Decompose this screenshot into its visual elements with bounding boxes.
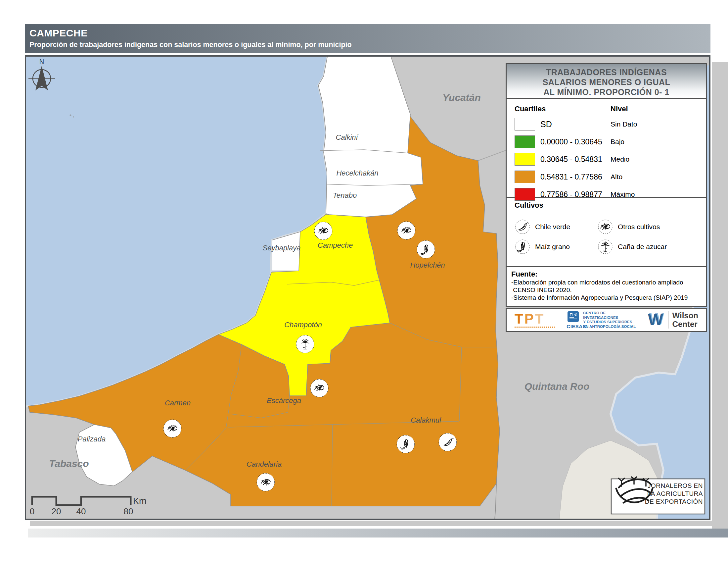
nivel-alto: Alto <box>611 173 622 181</box>
range-alto: 0.54831 - 0.77586 <box>540 172 611 181</box>
legend-row-alto: 0.54831 - 0.77586 Alto <box>515 170 706 183</box>
ciesas-logo: CIESAS CENTRO DE INVESTIGACIONES Y ESTUD… <box>567 311 637 329</box>
jornaleros-logo: JORNALEROS EN LA AGRICULTURA DE EXPORTAC… <box>611 477 705 514</box>
legend-row-sd: SD Sin Dato <box>515 117 706 131</box>
muni-label-escarcega: Escárcega <box>267 397 301 405</box>
legend-panel: TRABAJADORES INDÍGENAS SALARIOS MENORES … <box>506 63 707 332</box>
cultivo-maiz-grano: Maíz grano <box>515 239 597 255</box>
legend-cultivos-box: Cultivos Chile verde Otros cultivos <box>506 197 707 267</box>
range-bajo: 0.00000 - 0.30645 <box>540 137 611 146</box>
legend-logos-box: TPT CIESAS CENTRO DE INVESTIGACIONES <box>506 308 707 332</box>
legend-title-line-3: AL MÍNIMO. PROPORCIÓN 0- 1 <box>507 87 706 97</box>
swatch-bajo <box>515 135 535 148</box>
legend-row-medio: 0.30645 - 0.54831 Medio <box>515 153 706 166</box>
tpt-logo: TPT <box>515 312 555 328</box>
crop-marker-escarcega-otros <box>310 379 328 397</box>
scale-tick-80: 80 <box>124 506 133 516</box>
cultivos-header: Cultivos <box>515 201 706 210</box>
wilson-w-icon: W <box>648 312 663 328</box>
muni-label-carmen: Carmen <box>165 399 191 407</box>
bottom-shadow-strip <box>30 521 728 526</box>
tpt-tagline-dashes <box>515 327 555 328</box>
cultivo-chile-verde: Chile verde <box>515 219 597 235</box>
legend-title-box: TRABAJADORES INDÍGENAS SALARIOS MENORES … <box>506 63 707 99</box>
jornaleros-line-2: LA AGRICULTURA <box>647 490 703 497</box>
muni-label-champoton: Champotón <box>284 321 322 329</box>
fuente-line-2: CENSO INEGI 2020. <box>511 286 702 294</box>
fuente-line-1: -Elaboración propia con microdatos del c… <box>511 278 702 286</box>
maiz-grano-icon <box>515 239 530 255</box>
range-maximo: 0.77586 - 0.98877 <box>540 190 611 199</box>
cultivo-otros-cultivos: Otros cultivos <box>597 219 697 235</box>
bottom-gradient-bar <box>28 529 728 538</box>
crop-marker-champoton-cana <box>296 335 314 353</box>
muni-label-hecelchakan: Hecelchakán <box>336 169 378 177</box>
jornaleros-line-1: JORNALEROS EN <box>648 482 703 489</box>
legend-title-line-1: TRABAJADORES INDÍGENAS <box>507 67 706 77</box>
muni-label-palizada: Palizada <box>78 435 106 443</box>
swatch-sd <box>515 118 535 130</box>
cana-de-azucar-icon <box>597 239 613 255</box>
compass-n-label: N <box>39 58 44 65</box>
muni-label-hopelchen: Hopelchén <box>410 261 445 269</box>
fuente-line-3: -Sistema de Información Agropecuaria y P… <box>511 294 702 302</box>
ciesas-icon <box>567 311 579 322</box>
muni-label-seybaplaya: Seybaplaya <box>263 244 301 252</box>
page: CAMPECHE Proporción de trabajadores indí… <box>0 0 728 563</box>
state-label-yucatan: Yucatán <box>442 92 481 103</box>
fuente-header: Fuente: <box>511 270 702 278</box>
muni-label-candelaria: Candelaria <box>247 460 282 468</box>
legend-fuente-box: Fuente: -Elaboración propia con microdat… <box>506 266 707 307</box>
crop-marker-calakmul-maiz <box>397 435 415 453</box>
crop-marker-hopelchen-maiz <box>417 240 435 258</box>
small-island <box>73 116 74 117</box>
swatch-medio <box>515 153 535 165</box>
nivel-header: Nivel <box>611 105 628 113</box>
right-shadow-strip <box>712 62 728 538</box>
muni-label-tenabo: Tenabo <box>333 191 357 199</box>
legend-quartiles-box: Cuartiles Nivel SD Sin Dato 0.00000 - 0.… <box>506 98 707 198</box>
nivel-medio: Medio <box>611 155 629 163</box>
state-label-quintana-roo: Quintana Roo <box>524 381 590 392</box>
crop-marker-hopelchen-otros <box>397 221 415 239</box>
swatch-maximo <box>515 188 535 201</box>
state-label-tabasco: Tabasco <box>49 458 89 469</box>
range-medio: 0.30645 - 0.54831 <box>540 155 611 164</box>
cuartiles-header: Cuartiles <box>515 105 611 113</box>
wilson-center-logo: W Wilson Center <box>648 311 698 329</box>
crop-marker-candelaria-otros <box>257 473 275 491</box>
crop-marker-calakmul-chile <box>439 433 457 451</box>
jornaleros-line-3: DE EXPORTACIÓN <box>645 498 703 505</box>
small-island <box>70 115 71 116</box>
scale-tick-0: 0 <box>30 506 34 516</box>
scale-tick-20: 20 <box>52 506 61 516</box>
muni-label-calakmul: Calakmul <box>411 416 441 424</box>
nivel-sd: Sin Dato <box>611 120 637 128</box>
cultivo-cana-de-azucar: Caña de azucar <box>597 239 697 255</box>
scale-unit-label: Km <box>133 496 147 506</box>
swatch-alto <box>515 170 535 183</box>
nivel-maximo: Máximo <box>611 190 635 198</box>
crop-marker-carmen-otros <box>163 420 181 438</box>
scale-tick-40: 40 <box>76 506 86 516</box>
wilson-divider <box>668 311 668 329</box>
nivel-bajo: Bajo <box>611 138 624 146</box>
muni-label-calkini: Calkiní <box>336 133 358 141</box>
chile-verde-icon <box>515 219 530 235</box>
legend-row-bajo: 0.00000 - 0.30645 Bajo <box>515 135 706 148</box>
otros-cultivos-icon <box>597 219 613 235</box>
range-sd: SD <box>540 119 611 129</box>
legend-title-line-2: SALARIOS MENORES O IGUAL <box>507 77 706 87</box>
crop-marker-campeche-otros <box>314 222 332 240</box>
muni-label-campeche: Campeche <box>318 241 353 249</box>
